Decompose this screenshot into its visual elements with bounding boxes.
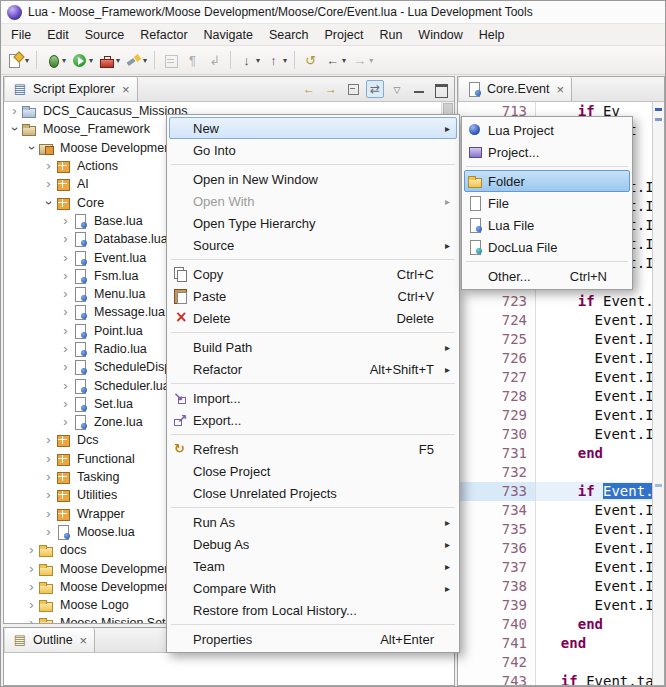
menu-item-file[interactable]: File	[464, 192, 630, 214]
forward-button[interactable]	[322, 80, 340, 98]
code-line[interactable]: 743 if Event.ta	[458, 672, 652, 685]
next-annotation-button[interactable]: ▾	[236, 49, 262, 71]
menu-item-open-in-new-window[interactable]: Open in New Window	[169, 168, 457, 190]
maximize-button[interactable]	[432, 80, 450, 98]
previous-annotation-button[interactable]: ▾	[263, 49, 289, 71]
new-button[interactable]: ▾	[5, 49, 31, 71]
debug-button[interactable]: ▾	[42, 49, 68, 71]
menu-item-delete[interactable]: DeleteDelete	[169, 307, 457, 329]
menu-source[interactable]: Source	[77, 25, 133, 45]
collapse-arrow-icon[interactable]: ›	[8, 123, 22, 136]
code-line[interactable]: 723 if Event.	[458, 292, 652, 311]
menu-item-import[interactable]: Import...	[169, 387, 457, 409]
menu-window[interactable]: Window	[410, 25, 470, 45]
menu-item-properties[interactable]: PropertiesAlt+Enter	[169, 628, 457, 650]
menu-item-compare-with[interactable]: Compare With▸	[169, 577, 457, 599]
dropdown-caret-icon[interactable]: ▾	[283, 56, 287, 65]
dropdown-caret-icon[interactable]: ▾	[62, 56, 66, 65]
dropdown-caret-icon[interactable]: ▾	[116, 56, 120, 65]
script-explorer-tab[interactable]: Script Explorer ×	[4, 77, 138, 101]
menu-item-restore-from-local-history[interactable]: Restore from Local History...	[169, 599, 457, 621]
run-button[interactable]: ▾	[69, 49, 95, 71]
menu-item-team[interactable]: Team▸	[169, 555, 457, 577]
expand-arrow-icon[interactable]: ›	[42, 452, 55, 466]
view-menu-button[interactable]	[388, 80, 406, 98]
editor-tab-core-event[interactable]: Core.Event ×	[458, 77, 572, 101]
expand-arrow-icon[interactable]: ›	[42, 525, 55, 539]
expand-arrow-icon[interactable]: ›	[59, 324, 72, 338]
code-line[interactable]: 727 Event.I	[458, 368, 652, 387]
code-line[interactable]: 733 if Event.	[458, 482, 652, 501]
menu-file[interactable]: File	[3, 25, 39, 45]
menu-refactor[interactable]: Refactor	[132, 25, 195, 45]
menu-item-copy[interactable]: CopyCtrl+C	[169, 263, 457, 285]
code-line[interactable]: 737 Event.I	[458, 558, 652, 577]
expand-arrow-icon[interactable]: ›	[59, 251, 72, 265]
expand-arrow-icon[interactable]: ›	[59, 214, 72, 228]
expand-arrow-icon[interactable]: ›	[59, 232, 72, 246]
outline-tab[interactable]: Outline ×	[4, 628, 95, 652]
overview-ruler[interactable]	[652, 102, 664, 685]
menu-item-open-type-hierarchy[interactable]: Open Type Hierarchy	[169, 212, 457, 234]
expand-arrow-icon[interactable]: ›	[59, 305, 72, 319]
menu-item-source[interactable]: Source▸	[169, 234, 457, 256]
code-line[interactable]: 728 Event.I	[458, 387, 652, 406]
menu-item-go-into[interactable]: Go Into	[169, 139, 457, 161]
menu-item-lua-project[interactable]: Lua Project	[464, 119, 630, 141]
expand-arrow-icon[interactable]: ›	[59, 269, 72, 283]
code-line[interactable]: 739 Event.I	[458, 596, 652, 615]
collapse-all-button[interactable]	[344, 80, 362, 98]
code-line[interactable]: 730 Event.I	[458, 425, 652, 444]
close-icon[interactable]: ×	[80, 633, 88, 648]
code-line[interactable]: 735 Event.I	[458, 520, 652, 539]
menu-item-export[interactable]: Export...	[169, 409, 457, 431]
dropdown-caret-icon[interactable]: ▾	[143, 56, 147, 65]
menu-item-new[interactable]: New▸	[169, 117, 457, 139]
expand-arrow-icon[interactable]: ›	[42, 470, 55, 484]
code-line[interactable]: 738 Event.I	[458, 577, 652, 596]
expand-arrow-icon[interactable]: ›	[25, 562, 38, 576]
code-line[interactable]: 741 end	[458, 634, 652, 653]
last-edit-location-button[interactable]	[300, 49, 321, 71]
dropdown-caret-icon[interactable]: ▾	[256, 56, 260, 65]
close-icon[interactable]: ×	[122, 82, 130, 97]
menu-item-refresh[interactable]: RefreshF5	[169, 438, 457, 460]
close-icon[interactable]: ×	[557, 82, 565, 97]
menu-item-doclua-file[interactable]: DocLua File	[464, 236, 630, 258]
back-button[interactable]: ▾	[322, 49, 348, 71]
back-button[interactable]	[300, 80, 318, 98]
dropdown-caret-icon[interactable]: ▾	[25, 56, 29, 65]
menu-item-close-unrelated-projects[interactable]: Close Unrelated Projects	[169, 482, 457, 504]
menu-help[interactable]: Help	[471, 25, 513, 45]
expand-arrow-icon[interactable]: ›	[59, 379, 72, 393]
menu-item-other[interactable]: Other...Ctrl+N	[464, 265, 630, 287]
expand-arrow-icon[interactable]: ›	[25, 598, 38, 612]
menu-item-close-project[interactable]: Close Project	[169, 460, 457, 482]
search-button[interactable]: ▾	[123, 49, 149, 71]
minimize-button[interactable]	[410, 80, 428, 98]
expand-arrow-icon[interactable]: ›	[25, 616, 38, 623]
code-line[interactable]: 742	[458, 653, 652, 672]
code-line[interactable]: 726 Event.I	[458, 349, 652, 368]
expand-arrow-icon[interactable]: ›	[42, 488, 55, 502]
expand-arrow-icon[interactable]: ›	[59, 360, 72, 374]
dropdown-caret-icon[interactable]: ▾	[89, 56, 93, 65]
code-line[interactable]: 729 Event.I	[458, 406, 652, 425]
menu-item-debug-as[interactable]: Debug As▸	[169, 533, 457, 555]
code-line[interactable]: 731 end	[458, 444, 652, 463]
link-with-editor-button[interactable]	[366, 80, 384, 98]
menu-edit[interactable]: Edit	[39, 25, 77, 45]
expand-arrow-icon[interactable]: ›	[42, 159, 55, 173]
expand-arrow-icon[interactable]: ›	[59, 397, 72, 411]
expand-arrow-icon[interactable]: ›	[42, 433, 55, 447]
code-line[interactable]: 736 Event.I	[458, 539, 652, 558]
collapse-arrow-icon[interactable]: ›	[25, 141, 39, 154]
collapse-arrow-icon[interactable]: ›	[42, 196, 56, 209]
expand-arrow-icon[interactable]: ›	[8, 104, 21, 118]
menu-navigate[interactable]: Navigate	[196, 25, 261, 45]
menu-item-project[interactable]: Project...	[464, 141, 630, 163]
dropdown-caret-icon[interactable]: ▾	[369, 56, 373, 65]
menu-item-folder[interactable]: Folder	[464, 170, 630, 192]
expand-arrow-icon[interactable]: ›	[59, 415, 72, 429]
code-line[interactable]: 734 Event.I	[458, 501, 652, 520]
